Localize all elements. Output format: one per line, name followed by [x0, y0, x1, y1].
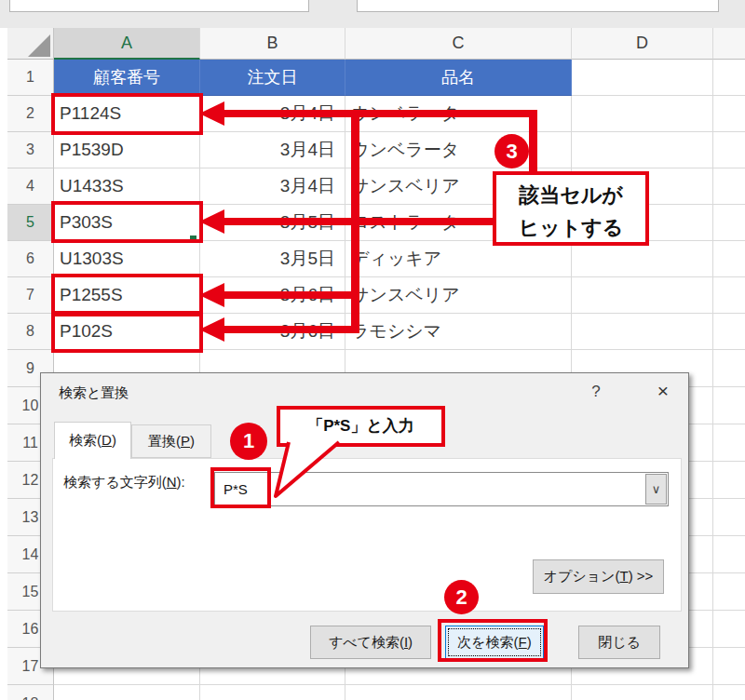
- cell[interactable]: [572, 241, 713, 277]
- search-label-pre: 検索する文字列(: [63, 474, 167, 490]
- step-2-badge: 2: [444, 580, 479, 614]
- tab-find-label-post: ): [112, 432, 116, 448]
- highlight-box-find-next: [438, 619, 548, 662]
- arrow-shaft-row8: [220, 326, 359, 333]
- column-header-row: A B C D: [7, 28, 745, 60]
- highlight-box-a8: [51, 313, 203, 353]
- cell[interactable]: [713, 241, 745, 277]
- cell[interactable]: [713, 314, 745, 350]
- column-header-d[interactable]: D: [572, 28, 713, 60]
- sheet-row-18: 18: [7, 685, 745, 700]
- row-header-18[interactable]: 18: [7, 685, 54, 700]
- cell[interactable]: [713, 573, 745, 611]
- arrowhead-row2-icon: [199, 101, 224, 126]
- tab-find-key: D: [102, 432, 112, 448]
- help-icon[interactable]: ?: [583, 380, 609, 404]
- cell[interactable]: [713, 350, 745, 387]
- cell[interactable]: [713, 685, 745, 700]
- cell-b6[interactable]: 3月5日: [200, 241, 345, 277]
- sheet-row-3: 3 P1539D 3月4日 ウンベラータ: [7, 132, 745, 168]
- search-string-label: 検索する文字列(N):: [63, 474, 185, 491]
- cell-a3[interactable]: P1539D: [54, 132, 200, 168]
- column-header-b[interactable]: B: [200, 28, 345, 60]
- cell[interactable]: [713, 424, 745, 462]
- tab-find-label: 検索(: [69, 432, 102, 448]
- highlight-box-search-value: [210, 467, 271, 508]
- row-header-6[interactable]: 6: [7, 241, 54, 277]
- cell[interactable]: [713, 499, 745, 536]
- cell[interactable]: [713, 60, 745, 96]
- cell[interactable]: [572, 277, 713, 314]
- step-3-badge: 3: [494, 134, 529, 168]
- row-header-2[interactable]: 2: [7, 96, 54, 132]
- hit-callout-line1: 該当セルが: [496, 179, 645, 211]
- cell-b3[interactable]: 3月4日: [200, 132, 345, 168]
- close-button[interactable]: 閉じる: [578, 626, 660, 659]
- cell[interactable]: [713, 205, 745, 241]
- cell[interactable]: [572, 685, 713, 700]
- row-header-7[interactable]: 7: [7, 277, 54, 314]
- cell[interactable]: [713, 132, 745, 168]
- connector-vertical-line-to-callout: [529, 110, 537, 175]
- cell-c1[interactable]: 品名: [345, 60, 572, 96]
- cell[interactable]: [200, 685, 345, 700]
- cell-c3[interactable]: ウンベラータ: [345, 132, 572, 168]
- options-label: オプション(T) >>: [544, 568, 654, 586]
- row-header-5[interactable]: 5: [7, 205, 54, 241]
- find-all-label: すべて検索(I): [329, 634, 413, 652]
- cell[interactable]: [713, 462, 745, 499]
- cell[interactable]: [572, 314, 713, 350]
- cell-b1[interactable]: 注文日: [200, 60, 345, 96]
- cell[interactable]: [713, 96, 745, 132]
- cell[interactable]: [713, 277, 745, 314]
- row-header-1[interactable]: 1: [7, 60, 54, 96]
- options-button[interactable]: オプション(T) >>: [533, 559, 664, 594]
- select-all-triangle-icon: [28, 34, 50, 57]
- dropdown-button[interactable]: ∨: [645, 474, 667, 505]
- cell-a6[interactable]: U1303S: [54, 241, 200, 277]
- tab-replace-label: 置換(: [148, 433, 181, 449]
- cell[interactable]: [713, 611, 745, 648]
- formula-bar-sliver: [0, 0, 745, 28]
- column-header-c[interactable]: C: [345, 28, 572, 60]
- cell[interactable]: [54, 685, 200, 700]
- sheet-row-1: 1 顧客番号 注文日 品名: [7, 60, 745, 96]
- formula-input-sliver: [357, 0, 719, 12]
- cell-c6[interactable]: ディッキア: [345, 241, 572, 277]
- search-label-post: ):: [177, 474, 185, 490]
- cell[interactable]: [713, 387, 745, 424]
- cell-c7[interactable]: サンスベリア: [345, 277, 572, 314]
- find-tab-page: 検索する文字列(N): P*S ∨ オプション(T) >>: [52, 458, 682, 612]
- tab-replace-label-post: ): [190, 433, 195, 449]
- cell-a4[interactable]: U1433S: [54, 168, 200, 205]
- cell-b4[interactable]: 3月4日: [200, 168, 345, 205]
- arrow-shaft-row7: [220, 291, 359, 299]
- cell[interactable]: [713, 536, 745, 573]
- find-all-button[interactable]: すべて検索(I): [310, 626, 431, 659]
- tab-replace-key: P: [181, 433, 190, 449]
- input-callout-tail: [268, 439, 345, 501]
- select-all-corner[interactable]: [7, 28, 54, 60]
- row-header-3[interactable]: 3: [7, 132, 54, 168]
- tab-find[interactable]: 検索(D): [54, 422, 131, 459]
- arrowhead-row7-icon: [199, 283, 224, 307]
- cell-c8[interactable]: ラモシシマ: [345, 314, 572, 350]
- cell[interactable]: [572, 96, 713, 132]
- cell[interactable]: [713, 648, 745, 685]
- chevron-down-icon: ∨: [652, 482, 661, 496]
- column-header-a[interactable]: A: [54, 28, 200, 60]
- connector-vertical-line: [351, 110, 359, 333]
- cell[interactable]: [572, 132, 713, 168]
- cell-d1[interactable]: [572, 60, 713, 96]
- close-icon[interactable]: ×: [649, 378, 677, 404]
- arrowhead-row8-icon: [199, 317, 224, 342]
- tab-replace[interactable]: 置換(P): [131, 424, 211, 458]
- column-header-e[interactable]: [713, 28, 745, 60]
- row-header-8[interactable]: 8: [7, 314, 54, 350]
- cell[interactable]: [345, 685, 572, 700]
- row-header-4[interactable]: 4: [7, 168, 54, 205]
- cell-a1[interactable]: 顧客番号: [54, 60, 200, 96]
- highlight-box-a5: [51, 201, 203, 243]
- cell[interactable]: [713, 168, 745, 205]
- search-label-key: N: [167, 474, 177, 490]
